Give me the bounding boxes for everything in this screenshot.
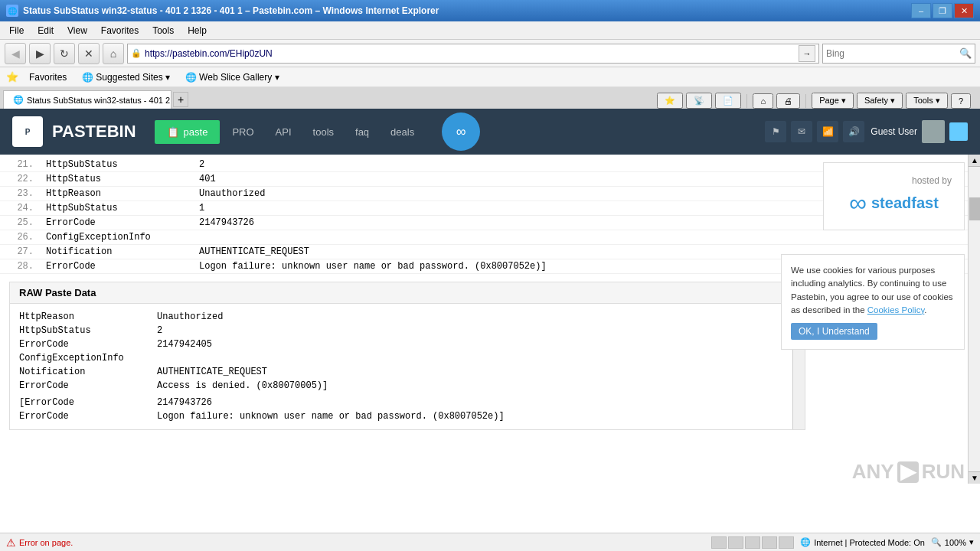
security-text: Internet | Protected Mode: On (814, 538, 925, 547)
prog-btn3 (745, 536, 760, 549)
zoom-area: 🔍 100% ▾ (931, 537, 974, 547)
notification-icon (949, 122, 968, 141)
error-icon: ⚠ (6, 536, 16, 549)
user-area: Guest User (871, 120, 968, 143)
steadfast-logo: ∞ steadfast (836, 189, 952, 217)
steadfast-ad: hosted by ∞ steadfast (823, 162, 965, 230)
api-link[interactable]: API (266, 120, 301, 144)
favorites-cmd-button[interactable]: ⭐ (657, 93, 683, 109)
scroll-down-button[interactable]: ▼ (969, 471, 980, 484)
home-button[interactable]: ⌂ (103, 43, 124, 64)
user-name: Guest User (871, 126, 917, 137)
anyrun-play-icon: ▶ (897, 461, 919, 483)
zoom-dropdown-icon[interactable]: ▾ (969, 537, 974, 547)
page-scrollbar[interactable]: ▲ ▼ (968, 155, 980, 484)
home-cmd-button[interactable]: ⌂ (753, 93, 773, 109)
raw-row: ErrorCode 2147942405 (19, 337, 795, 351)
prog-btn5 (779, 536, 794, 549)
menu-file[interactable]: File (3, 24, 30, 37)
restore-button[interactable]: ❐ (933, 3, 952, 18)
raw-paste-section: RAW Paste Data HttpReason Unauthorized H… (9, 282, 805, 430)
back-button[interactable]: ◀ (5, 43, 26, 64)
new-tab-button[interactable]: + (173, 92, 188, 107)
cookie-ok-button[interactable]: OK, I Understand (791, 323, 877, 340)
tools-button[interactable]: Tools ▾ (906, 93, 948, 109)
print-button[interactable]: 🖨 (776, 93, 800, 109)
webslice-icon: 🌐 (185, 72, 197, 83)
pastebin-header: P PASTEBIN 📋 paste PRO API tools faq dea… (0, 109, 980, 155)
active-tab[interactable]: 🌐 Status SubStatus win32-status - 401 2 … (3, 90, 172, 109)
anyrun-run: RUN (922, 460, 965, 484)
address-lock-icon: 🔒 (131, 48, 142, 58)
raw-row: HttpSubStatus 2 (19, 324, 795, 337)
signal-icon[interactable]: 📶 (817, 121, 838, 142)
refresh-button[interactable]: ↻ (54, 43, 75, 64)
deals-link[interactable]: deals (381, 120, 423, 144)
security-status: 🌐 Internet | Protected Mode: On (800, 537, 925, 547)
window-title: Status SubStatus win32-status - 401 2 13… (23, 5, 439, 16)
menu-tools[interactable]: Tools (146, 24, 180, 37)
pastebin-logo: PASTEBIN (52, 122, 136, 142)
speaker-icon[interactable]: 🔊 (843, 121, 864, 142)
raw-row: ConfigExceptionInfo (19, 351, 795, 365)
ie-icon: 🌐 (6, 5, 18, 17)
menu-view[interactable]: View (61, 24, 93, 37)
faq-link[interactable]: faq (346, 120, 378, 144)
search-bar: 🔍 (822, 44, 975, 64)
menu-favorites[interactable]: Favorites (95, 24, 145, 37)
safety-button[interactable]: Safety ▾ (857, 93, 903, 109)
mail-icon[interactable]: ✉ (791, 121, 812, 142)
search-button[interactable]: 🔍 (959, 47, 972, 59)
separator2 (805, 94, 806, 108)
tools-link[interactable]: tools (304, 120, 343, 144)
title-bar: 🌐 Status SubStatus win32-status - 401 2 … (0, 0, 980, 21)
raw-title: RAW Paste Data (19, 287, 96, 298)
avatar (922, 120, 945, 143)
close-button[interactable]: ✕ (954, 3, 974, 18)
pastebin-logo-box: P (12, 116, 43, 147)
pro-link[interactable]: PRO (223, 120, 263, 144)
suggested-sites-item[interactable]: 🌐 Suggested Sites ▾ (77, 70, 175, 84)
paste-button[interactable]: 📋 paste (155, 120, 220, 144)
anyrun-any: ANY (852, 460, 894, 484)
table-row: 26. ConfigExceptionInfo (0, 230, 980, 245)
tab-label: Status SubStatus win32-status - 401 2 ..… (27, 96, 172, 105)
tab-bar: 🌐 Status SubStatus win32-status - 401 2 … (0, 87, 980, 109)
forward-button[interactable]: ▶ (29, 43, 51, 64)
menu-bar: File Edit View Favorites Tools Help (0, 21, 980, 40)
page-button[interactable]: Page ▾ (812, 93, 854, 109)
menu-edit[interactable]: Edit (31, 24, 60, 37)
pastebin-circle-logo: ∞ (442, 112, 480, 151)
rss-button[interactable]: 📡 (686, 93, 712, 109)
help-button[interactable]: ? (951, 93, 971, 109)
separator (746, 94, 747, 108)
main-content: 21. HttpSubStatus 2 22. HttpStatus 401 2… (0, 155, 980, 484)
globe-icon: 🌐 (800, 537, 811, 547)
zoom-label: 100% (945, 538, 966, 547)
pastebin-nav: 📋 paste PRO API tools faq deals (155, 120, 424, 144)
address-go-button[interactable]: → (799, 45, 815, 62)
menu-help[interactable]: Help (181, 24, 213, 37)
error-text: Error on page. (19, 538, 73, 547)
reading-mode-button[interactable]: 📄 (715, 93, 741, 109)
raw-row: ErrorCode Access is denied. (0x80070005)… (19, 379, 795, 393)
cookies-policy-link[interactable]: Cookies Policy (867, 305, 925, 315)
cookie-notice: We use cookies for various purposes incl… (781, 254, 965, 350)
search-input[interactable] (826, 48, 959, 59)
paste-label: paste (184, 126, 208, 138)
prog-btn1 (711, 536, 727, 549)
prog-btn2 (728, 536, 743, 549)
minimize-button[interactable]: – (911, 3, 931, 18)
flag-icon[interactable]: ⚑ (765, 121, 786, 142)
webslice-item[interactable]: 🌐 Web Slice Gallery ▾ (181, 70, 283, 84)
favorites-bar: ⭐ Favorites 🌐 Suggested Sites ▾ 🌐 Web Sl… (0, 67, 980, 87)
favorites-item[interactable]: Favorites (24, 70, 71, 84)
prog-btn4 (762, 536, 777, 549)
stop-button[interactable]: ✕ (78, 43, 100, 64)
suggested-label: Suggested Sites ▾ (96, 72, 170, 83)
address-bar: 🔒 → (127, 44, 819, 64)
address-input[interactable] (145, 48, 795, 59)
raw-paste-body: HttpReason Unauthorized HttpSubStatus 2 … (10, 304, 805, 429)
zoom-icon: 🔍 (931, 537, 942, 547)
scroll-up-button[interactable]: ▲ (969, 155, 980, 167)
